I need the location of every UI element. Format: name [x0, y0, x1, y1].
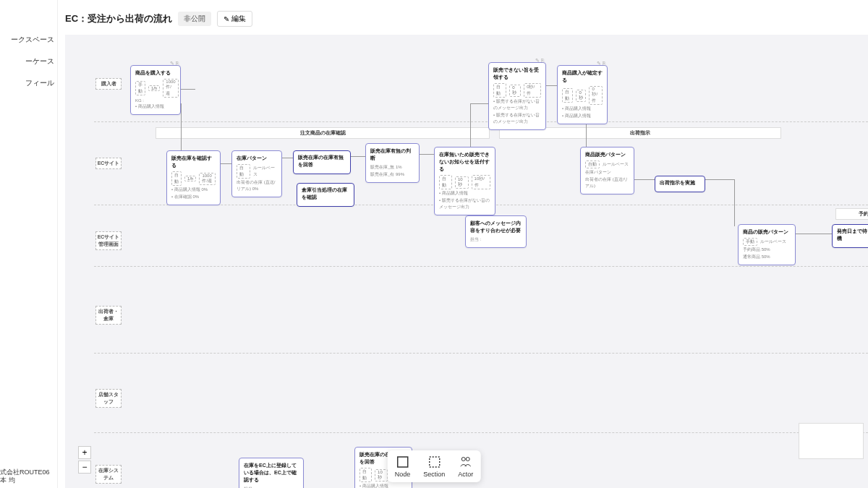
edge [351, 156, 367, 157]
chip: 自動 [237, 164, 250, 179]
lane-label-shipper[interactable]: 出荷者・ 倉庫 [95, 306, 122, 325]
node-customer-message[interactable]: 顧客へのメッセージ内容をすり合わせが必要 担当 : [465, 215, 527, 248]
node-detail: 販売在庫_有 99% [370, 171, 414, 178]
node-handle-icon[interactable]: ✎ ⎘ [170, 61, 179, 67]
tool-section[interactable]: Section [423, 455, 445, 478]
zoom-controls: + − [78, 446, 91, 474]
node-ec-registered-check[interactable]: 在庫をEC上に登録している場合は、EC上で確認する 担当 : [239, 458, 304, 488]
node-purchase-confirmed[interactable]: ✎ ⎘ 商品購入が確定する 自動0秒0秒/件 • 商品購入情報 • 商品購入情報 [557, 65, 608, 124]
node-title: 出荷指示を実施 [660, 179, 700, 187]
chip: ルールベース [253, 165, 277, 178]
node-detail: KG : [135, 98, 176, 103]
chip: 1/h [184, 176, 196, 181]
node-detail: • 販売する在庫がない旨のメッセージ出力 [493, 112, 541, 125]
pencil-icon: ✎ [224, 15, 229, 23]
sidebar-item-case[interactable]: ーケース [0, 51, 57, 72]
sidebar-item-profile[interactable]: フィール [0, 72, 57, 94]
svg-rect-1 [429, 457, 439, 467]
svg-point-2 [461, 458, 465, 461]
edge [470, 103, 490, 104]
chip: 自動 [562, 88, 573, 103]
lane-label-ecadmin[interactable]: ECサイト 管理画面 [95, 231, 122, 250]
dashed-square-icon [427, 455, 441, 469]
node-shipping-instruction[interactable]: 出荷指示を実施 [655, 176, 705, 192]
node-title: 顧客へのメッセージ内容をすり合わせが必要 [470, 220, 522, 234]
node-no-stock-notify[interactable]: 在庫無いため販売できないお知らせを送付する 自動10秒10秒/ 件 • 商品購入… [434, 147, 495, 215]
node-warehouse-check[interactable]: 倉庫引当処理の在庫を確認 [297, 183, 354, 207]
lane-label-staff[interactable]: 店舗スタッフ [95, 389, 122, 408]
section-inventory-check[interactable]: 注文商品の在庫確認 [156, 127, 490, 139]
chip: 自動 [585, 160, 600, 168]
node-title: 販売在庫の在庫有無を回答 [298, 154, 346, 168]
edge [420, 154, 435, 155]
node-handle-icon[interactable]: ✎ ⎘ [535, 58, 544, 64]
svg-rect-0 [397, 457, 407, 467]
node-detail: 販売在庫_無 1% [370, 164, 414, 171]
node-detail: • 商品購入情報 [562, 113, 603, 119]
square-icon [395, 455, 409, 469]
node-stock-decision[interactable]: 販売在庫有無の判断 販売在庫_無 1% 販売在庫_有 99% [365, 143, 420, 183]
chip: 自動 [359, 468, 372, 482]
node-detail: • 販売する在庫がない旨のメッセージ出力 [439, 197, 490, 210]
chip: 自動 [171, 171, 182, 186]
node-detail: • 商品購入情報 [135, 103, 176, 110]
node-title: 在庫無いため販売できないお知らせを送付する [439, 151, 490, 173]
lane-label-buyer[interactable]: 購入者 [95, 78, 122, 90]
lane-label-inventory[interactable]: 在庫システム [95, 465, 122, 484]
node-stock-answer[interactable]: 販売在庫の在庫有無を回答 [293, 150, 351, 174]
chip: 自動 [439, 175, 452, 189]
node-product-sales-pattern[interactable]: 商品の販売パターン 手動ルールベース 予約商品 50% 通常商品 50% [738, 224, 796, 265]
zoom-out-button[interactable]: − [78, 461, 91, 474]
chip: ルールベース [603, 161, 629, 168]
node-detail: 担当 : [470, 236, 522, 243]
chip: 10秒 [375, 469, 388, 481]
node-cannot-sell-received[interactable]: ✎ ⎘ 販売できない旨を受領する 自動0秒0秒/ 件 • 販売する在庫がない旨の… [488, 62, 546, 130]
chip: 0秒/ 件 [524, 83, 541, 98]
chip: 1000 件/週 [199, 173, 216, 185]
actor-icon [459, 455, 473, 469]
edit-button[interactable]: ✎ 編集 [217, 11, 252, 27]
tool-label: Node [395, 471, 411, 478]
zoom-in-button[interactable]: + [78, 446, 91, 459]
sidebar-item-workspace[interactable]: ークスペース [0, 29, 57, 51]
node-detail: • 商品購入情報 [562, 106, 603, 112]
chip: 10秒/ 件 [472, 175, 490, 189]
node-detail: • 商品購入情報 0% [171, 187, 216, 193]
edge [181, 89, 195, 90]
section-reserved[interactable]: 予約商品・発売日までの [835, 208, 868, 220]
node-detail: 通常商品 50% [743, 254, 791, 260]
node-check-stock[interactable]: 販売在庫を確認する 自動1/h1000 件/週 • 商品購入情報 0% • 在庫… [166, 150, 221, 205]
diagram-canvas[interactable]: 購入者 ECサイト ECサイト 管理画面 出荷者・ 倉庫 店舗スタッフ 在庫シス… [65, 35, 868, 488]
node-detail: • 在庫確認 0% [171, 194, 216, 200]
node-detail: 出荷者の在庫 (直送/リアル) [585, 176, 629, 189]
minimap[interactable] [799, 423, 864, 459]
node-title: 販売できない旨を受領する [493, 67, 541, 81]
tool-label: Actor [458, 471, 473, 478]
node-detail: • 商品購入情報 [439, 190, 490, 197]
tool-label: Section [423, 471, 445, 478]
node-title: 商品購入が確定する [562, 69, 603, 84]
node-purchase[interactable]: ✎ ⎘ 商品を購入する 手動1/h1000 件/週 KG : • 商品購入情報 [130, 65, 181, 115]
node-detail: 予約商品 50% [743, 247, 791, 253]
chip: 0秒 [509, 85, 521, 97]
chip: 1000 件/週 [163, 79, 178, 98]
tool-node[interactable]: Node [395, 455, 411, 478]
page-title: EC：受注から出荷の流れ [65, 12, 172, 25]
node-title: 倉庫引当処理の在庫を確認 [302, 187, 349, 201]
chip: 自動 [493, 83, 506, 98]
edge [705, 179, 734, 180]
lane-divider [94, 121, 868, 122]
chip: 0秒/件 [589, 86, 603, 105]
tool-actor[interactable]: Actor [458, 455, 473, 478]
node-wait-release[interactable]: 発売日まで待機 [832, 224, 868, 248]
chip: 手動 [743, 238, 757, 246]
svg-point-3 [466, 458, 469, 461]
lane-label-ecsite[interactable]: ECサイト [95, 158, 122, 169]
lane-divider [94, 266, 868, 267]
sidebar: ークスペース ーケース フィール [0, 0, 58, 488]
edit-label: 編集 [231, 14, 246, 24]
node-handle-icon[interactable]: ✎ ⎘ [597, 61, 605, 67]
node-stock-pattern[interactable]: 在庫パターン 自動ルールベース 出荷者の在庫 (直送/リアル) 0% [231, 150, 282, 197]
node-title: 商品の販売パターン [743, 228, 791, 236]
node-sales-pattern[interactable]: 商品販売パターン 自動ルールベース 在庫パターン 出荷者の在庫 (直送/リアル) [580, 147, 634, 194]
